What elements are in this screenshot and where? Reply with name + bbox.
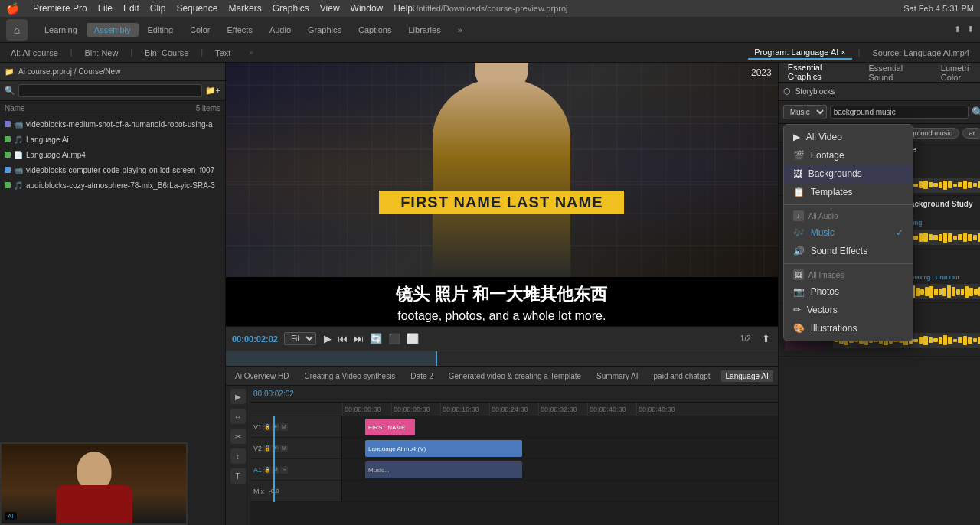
rph-tab-lumetri[interactable]: Lumetri Color [938,62,980,83]
tl-tool1[interactable]: ↔ [230,409,246,424]
menu-edit[interactable]: Edit [123,3,139,14]
sb-search-button[interactable]: 🔍 [972,106,980,118]
menu-file[interactable]: File [98,3,113,14]
track-content-a1[interactable]: Music... [342,459,778,480]
tab-editing[interactable]: Editing [140,23,181,37]
track-controls-v1: 🔒 👁 M [263,423,288,431]
tab-learning[interactable]: Learning [37,23,85,37]
dd-icon-music: 🎶 [793,227,805,238]
track-label-mix: Mix -0.0 [250,481,342,501]
rph-tab-essential-sound[interactable]: Essential Sound [865,62,928,83]
sb-tab-title[interactable]: Storyblocks [795,87,835,96]
tl-tab-paid[interactable]: paid and chatgpt [649,370,715,382]
tl-tool4[interactable]: T [230,468,246,484]
mark-out-button[interactable]: ⬜ [405,331,420,346]
rph-tab-essential-graphics[interactable]: Essential Graphics [785,61,857,84]
bin-tab-new[interactable]: Bin: New [78,47,124,59]
dd-section-icon-audio: ♪ [793,210,804,221]
track-mix: Mix -0.0 [250,481,778,502]
tl-tab-synthesis[interactable]: Creating a Video synthesis [300,370,400,382]
clip-language-ai[interactable]: Language Ai.mp4 (V) [365,440,522,457]
clip-audio-a1[interactable]: Music... [365,461,522,478]
track-controls-v2: 🔒 👁 M [263,445,288,452]
menu-help[interactable]: Help [394,3,413,14]
list-item[interactable]: 📹 videoblocks-computer-code-playing-on-l… [0,162,225,178]
tl-tab-language[interactable]: Language AI [721,370,773,382]
home-button[interactable]: ⌂ [6,19,28,41]
step-back-button[interactable]: ⏮ [336,331,349,346]
menu-graphics[interactable]: Graphics [273,3,309,14]
sb-category-select[interactable]: Music [783,105,827,119]
tab-audio[interactable]: Audio [262,23,299,37]
webcam-person-head [77,452,111,490]
track-lock-v2[interactable]: 🔒 [263,445,271,452]
play-button[interactable]: ▶ [322,331,333,346]
tab-expand[interactable]: » [450,23,470,37]
source-tab[interactable]: Source: Language Ai.mp4 [866,47,975,59]
menu-clip[interactable]: Clip [150,3,166,14]
tl-tab-summary[interactable]: Summary AI [592,370,642,382]
menu-sequence[interactable]: Sequence [176,3,217,14]
scrubber-bar[interactable] [226,351,778,366]
tl-timecode: 00:00:02:02 [253,390,294,398]
tag-3[interactable]: ar [962,128,980,139]
clip-firstname[interactable]: FIRST NAME [365,419,415,435]
tab-graphics[interactable]: Graphics [300,23,349,37]
dd-item-illustrations[interactable]: 🎨 Illustrations [784,319,913,338]
tab-effects[interactable]: Effects [219,23,260,37]
dd-item-sound-effects[interactable]: 🔊 Sound Effects [784,242,913,260]
file-icon: 📹 [14,166,23,174]
tl-play-button[interactable]: ▶ [230,389,246,404]
menu-markers[interactable]: Markers [228,3,261,14]
sb-search-input[interactable] [830,106,969,119]
new-folder-icon[interactable]: 📁+ [205,86,220,96]
dd-item-footage[interactable]: 🎬 Footage [784,146,913,165]
dd-item-music[interactable]: 🎶 Music ✓ [784,223,913,242]
bin-tab-ai[interactable]: Ai: AI course [5,47,64,59]
color-indicator [5,152,11,158]
tab-assembly[interactable]: Assembly [87,23,139,37]
apple-menu[interactable]: 🍎 [6,2,19,15]
bin-tab-course[interactable]: Bin: Course [139,47,194,59]
track-label-a1: A1 🔒 M S [250,459,342,480]
list-item[interactable]: 🎵 audioblocks-cozy-atmosphere-78-mix_B6r… [0,178,225,193]
track-lock-a1[interactable]: 🔒 [263,466,271,474]
dd-item-backgrounds[interactable]: 🖼 Backgrounds [784,165,913,183]
dd-item-all-video[interactable]: ▶ All Video [784,128,913,146]
list-item[interactable]: 📹 videoblocks-medium-shot-of-a-humanoid-… [0,116,225,132]
mark-in-button[interactable]: ⬛ [387,331,402,346]
track-mute-v1[interactable]: M [280,423,288,431]
dd-item-photos[interactable]: 📷 Photos [784,282,913,301]
tl-tool3[interactable]: ↕ [230,448,246,464]
track-lock-v1[interactable]: 🔒 [263,423,271,431]
program-tab[interactable]: Program: Language AI × [748,46,852,60]
track-mute-v2[interactable]: M [280,445,288,452]
bin-tab-text[interactable]: Text [209,47,237,59]
tl-tab-overview[interactable]: Ai Overview HD [230,370,294,382]
tab-libraries[interactable]: Libraries [400,23,448,37]
menu-view[interactable]: View [320,3,340,14]
menu-window[interactable]: Window [351,3,384,14]
list-item[interactable]: 📄 Language Ai.mp4 [0,147,225,162]
menu-premiere[interactable]: Premiere Pro [33,3,87,14]
dd-section-icon-images: 🖼 [793,269,804,280]
step-fwd-button[interactable]: ⏭ [352,331,365,346]
list-item[interactable]: 🎵 Language Ai [0,132,225,147]
loop-button[interactable]: 🔄 [368,331,384,346]
title-card: FIRST NAME LAST NAME [379,191,624,216]
items-count: 5 items [196,104,220,112]
fit-select[interactable]: Fit [284,332,316,345]
dd-item-vectors[interactable]: ✏ Vectors [784,301,913,319]
export-button[interactable]: ⬆ [760,331,772,346]
dd-item-templates[interactable]: 📋 Templates [784,183,913,201]
track-content-mix[interactable] [342,481,778,501]
track-content-v1[interactable]: FIRST NAME [342,416,778,437]
tl-tab-generated[interactable]: Generated video & creating a Template [444,370,586,382]
tab-color[interactable]: Color [182,23,217,37]
tl-tab-date[interactable]: Date 2 [406,370,437,382]
track-content-v2[interactable]: Language Ai.mp4 (V) [342,438,778,458]
search-input[interactable] [18,84,202,97]
tl-tool2[interactable]: ✂ [230,429,246,444]
tab-captions[interactable]: Captions [351,23,399,37]
track-solo-a1[interactable]: S [280,466,288,474]
